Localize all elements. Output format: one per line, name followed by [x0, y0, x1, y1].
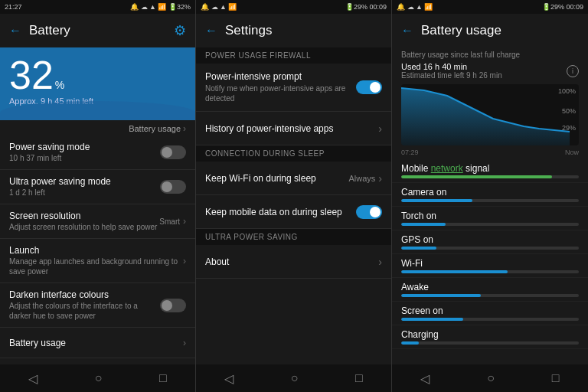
- item-value: Smart: [159, 217, 180, 226]
- item-chevron: ›: [183, 338, 186, 348]
- darken-interface-toggle[interactable]: [160, 299, 186, 312]
- home-nav-icon[interactable]: ○: [291, 371, 299, 385]
- battery-usage-link[interactable]: Battery usage ›: [0, 120, 195, 136]
- usage-bar-track: [401, 341, 579, 345]
- settings-list: Power usage firewall Power-intensive pro…: [196, 47, 391, 364]
- list-item[interactable]: Launch Manage app launches and backgroun…: [0, 239, 195, 283]
- settings-panel: 🔔 ☁ ▲ 📶 🔋29% 00:09 ← Settings Power usag…: [196, 0, 392, 392]
- list-item[interactable]: Battery usage ›: [0, 328, 195, 358]
- back-nav-icon[interactable]: ◁: [420, 371, 430, 386]
- usage-bar-track: [401, 199, 579, 202]
- statusbar-p3: 🔔 ☁ ▲ 📶 🔋29% 00:09: [392, 0, 588, 14]
- list-item[interactable]: Power saving mode 10 h 37 min left: [0, 136, 195, 170]
- list-item: GPS on: [392, 230, 588, 254]
- battery-header: ← Battery ⚙: [0, 14, 195, 47]
- battery-usage-header: ← Battery usage: [392, 14, 588, 47]
- chart-start-time: 07:29: [401, 149, 419, 156]
- list-item: Torch on: [392, 207, 588, 230]
- list-item: Awake: [392, 278, 588, 302]
- power-saving-toggle[interactable]: [160, 145, 186, 159]
- list-item[interactable]: Keep mobile data on during sleep: [196, 195, 391, 229]
- item-title: Power-intensive prompt: [205, 71, 356, 82]
- statusbar-left-p3: 🔔 ☁ ▲ 📶: [397, 3, 433, 11]
- item-title: Screen resolution: [9, 211, 159, 221]
- usage-bar-fill: [401, 270, 508, 273]
- used-time: Used 16 h 40 min: [401, 62, 502, 71]
- recent-nav-icon[interactable]: □: [159, 371, 167, 385]
- back-button-p2[interactable]: ←: [205, 24, 217, 38]
- section-header: Power usage firewall: [196, 47, 391, 64]
- battery-stats: Used 16 h 40 min Estimated time left 9 h…: [392, 60, 588, 84]
- battery-time-left: Approx. 9 h 45 min left: [9, 96, 186, 106]
- item-sub: Notify me when power-intensive apps are …: [205, 83, 356, 103]
- statusbar-time-p1: 21:27: [5, 3, 22, 11]
- ultra-power-toggle[interactable]: [160, 180, 186, 194]
- list-item[interactable]: Optimise ›: [0, 358, 195, 364]
- recent-nav-icon[interactable]: □: [552, 371, 560, 385]
- usage-bar-fill: [401, 294, 481, 297]
- statusbar-right-p2: 🔋29% 00:09: [345, 3, 387, 11]
- item-title: Camera on: [401, 187, 579, 198]
- mobile-data-sleep-toggle[interactable]: [356, 205, 382, 219]
- recent-nav-icon[interactable]: □: [355, 371, 363, 385]
- back-button-p3[interactable]: ←: [401, 24, 413, 38]
- info-icon[interactable]: i: [567, 65, 579, 77]
- item-title: Battery usage: [9, 338, 183, 348]
- list-item[interactable]: History of power-intensive apps ›: [196, 112, 391, 145]
- chart-end-time: Now: [565, 149, 579, 156]
- usage-bar-fill: [401, 318, 463, 321]
- navbar-p2: ◁ ○ □: [196, 364, 391, 392]
- item-title: GPS on: [401, 234, 579, 245]
- item-title: Darken interface colours: [9, 289, 160, 300]
- item-title: Keep mobile data on during sleep: [205, 207, 356, 217]
- svg-marker-0: [401, 88, 570, 145]
- statusbar-p1: 21:27 🔔 ☁ ▲ 📶 🔋32%: [0, 0, 195, 14]
- item-title: History of power-intensive apps: [205, 123, 378, 134]
- battery-pct-symbol: %: [55, 79, 64, 91]
- item-title: Charging: [401, 329, 579, 340]
- estimated-time: Estimated time left 9 h 26 min: [401, 71, 502, 80]
- item-title: Torch on: [401, 211, 579, 221]
- settings-title: Settings: [225, 23, 272, 38]
- usage-bar-track: [401, 175, 579, 178]
- navbar-p3: ◁ ○ □: [392, 364, 588, 392]
- item-value: Always: [348, 174, 375, 183]
- back-button-p1[interactable]: ←: [9, 24, 21, 38]
- chart-times: 07:29 Now: [392, 149, 588, 159]
- list-item[interactable]: Keep Wi-Fi on during sleep Always ›: [196, 162, 391, 195]
- item-sub: Adjust the colours of the interface to a…: [9, 301, 160, 321]
- list-item[interactable]: Screen resolution Adjust screen resoluti…: [0, 204, 195, 239]
- item-title: Launch: [9, 245, 183, 256]
- settings-header: ← Settings: [196, 14, 391, 47]
- home-nav-icon[interactable]: ○: [487, 371, 495, 385]
- item-sub: 1 d 2 h left: [9, 188, 160, 198]
- battery-percentage: 32: [9, 55, 54, 95]
- item-title: Power saving mode: [9, 142, 160, 152]
- item-title: Ultra power saving mode: [9, 176, 160, 187]
- back-nav-icon[interactable]: ◁: [28, 371, 38, 386]
- home-nav-icon[interactable]: ○: [95, 371, 103, 385]
- usage-bar-fill: [401, 175, 552, 178]
- list-item[interactable]: Darken interface colours Adjust the colo…: [0, 283, 195, 328]
- battery-chart: 100% 50% 29%: [401, 84, 579, 145]
- highlight-text: network: [431, 163, 463, 174]
- usage-bar-track: [401, 318, 579, 321]
- back-nav-icon[interactable]: ◁: [224, 371, 234, 386]
- list-item[interactable]: About ›: [196, 245, 391, 279]
- item-sub: Adjust screen resolution to help save po…: [9, 222, 159, 232]
- list-item[interactable]: Power-intensive prompt Notify me when po…: [196, 64, 391, 112]
- item-title: About: [205, 256, 378, 267]
- usage-bar-fill: [401, 341, 419, 345]
- item-title: Awake: [401, 282, 579, 292]
- usage-bar-fill: [401, 247, 436, 250]
- list-item[interactable]: Ultra power saving mode 1 d 2 h left: [0, 170, 195, 204]
- item-sub: 10 h 37 min left: [9, 153, 160, 163]
- battery-usage-title: Battery usage: [421, 23, 501, 38]
- power-prompt-toggle[interactable]: [356, 80, 382, 94]
- list-item: Screen on: [392, 302, 588, 325]
- usage-bar-fill: [401, 223, 446, 226]
- item-chevron: ›: [378, 122, 382, 135]
- battery-title: Battery: [29, 23, 70, 38]
- settings-icon[interactable]: ⚙: [174, 22, 186, 39]
- item-chevron: ›: [183, 256, 186, 266]
